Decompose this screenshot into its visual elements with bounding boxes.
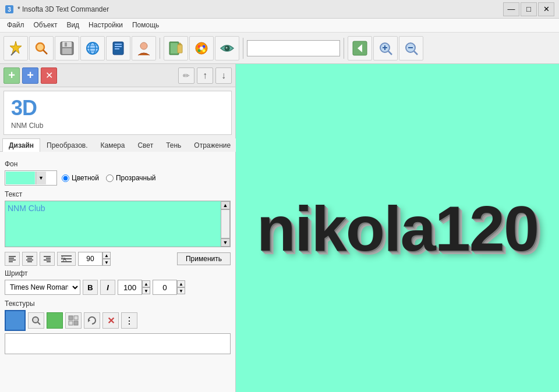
svg-line-40	[414, 51, 418, 55]
texture-row: ✕ ⋮	[5, 310, 231, 331]
export-button[interactable]	[164, 36, 188, 60]
separator-2	[243, 38, 243, 59]
font-size2-down[interactable]: ▼	[142, 287, 150, 294]
bold-button[interactable]: B	[83, 280, 98, 295]
svg-rect-60	[51, 317, 58, 324]
close-button[interactable]: ✕	[538, 2, 554, 16]
svg-point-58	[33, 317, 38, 323]
svg-rect-61	[69, 316, 73, 320]
apply-button[interactable]: Применить	[177, 252, 231, 265]
text-input[interactable]: NNM Club	[5, 201, 230, 247]
tab-shadow[interactable]: Тень	[160, 138, 187, 152]
svg-rect-64	[74, 321, 78, 325]
tab-transform[interactable]: Преобразов.	[40, 138, 94, 152]
maximize-button[interactable]: □	[521, 2, 537, 16]
zoom-in-button[interactable]	[373, 36, 398, 60]
texture-search-button[interactable]	[28, 312, 44, 329]
align-center-button[interactable]	[22, 252, 37, 266]
text-preview-area: 3D NNM Club	[3, 91, 232, 135]
help-book-button[interactable]	[106, 36, 130, 60]
preview-3d-text: 3D	[11, 96, 224, 120]
globe-button[interactable]	[80, 36, 105, 60]
bg-section: ▼ Цветной Прозрачный	[5, 170, 231, 186]
menu-file[interactable]: Файл	[2, 20, 29, 31]
italic-button[interactable]: I	[100, 280, 115, 295]
svg-rect-63	[69, 321, 73, 325]
svg-text:A: A	[63, 256, 66, 262]
menu-view[interactable]: Вид	[62, 20, 84, 31]
svg-rect-16	[115, 44, 122, 45]
tab-reflection[interactable]: Отражение	[187, 138, 237, 152]
svg-point-19	[140, 42, 147, 49]
texture-pattern-button[interactable]	[65, 312, 82, 329]
svg-rect-8	[62, 48, 72, 54]
tab-light[interactable]: Свет	[131, 138, 160, 152]
font-size2-up[interactable]: ▲	[142, 280, 150, 287]
back-button[interactable]	[348, 36, 372, 60]
font-spacing-down[interactable]: ▼	[177, 287, 185, 294]
menu-settings[interactable]: Настройки	[84, 20, 128, 31]
open-button[interactable]	[29, 36, 54, 60]
texture-more-button[interactable]: ⋮	[121, 312, 137, 329]
edit-button[interactable]: ✏	[178, 67, 194, 84]
palette-button[interactable]	[189, 36, 214, 60]
font-spacing-up[interactable]: ▲	[177, 280, 185, 287]
svg-rect-21	[171, 43, 178, 54]
move-up-button[interactable]: ↑	[197, 67, 213, 84]
radio-colored-input[interactable]	[62, 174, 69, 182]
font-size-input[interactable]	[78, 252, 102, 266]
support-button[interactable]	[132, 36, 156, 60]
radio-transparent-label: Прозрачный	[116, 174, 156, 182]
font-size-input2[interactable]	[118, 280, 142, 295]
add-blue-button[interactable]: +	[22, 67, 38, 84]
remove-button[interactable]: ✕	[41, 67, 57, 84]
tab-camera[interactable]: Камера	[94, 138, 132, 152]
minimize-button[interactable]: —	[503, 2, 519, 16]
tab-design[interactable]: Дизайн	[2, 138, 40, 152]
texture-refresh-button[interactable]	[84, 312, 100, 329]
text-input-wrap: NNM Club ▲ ▼	[5, 201, 231, 247]
radio-transparent-input[interactable]	[106, 174, 114, 182]
svg-text:3: 3	[8, 6, 11, 13]
font-size-spin2: ▲ ▼	[142, 280, 150, 294]
font-size-spin: ▲ ▼	[102, 252, 111, 266]
font-select[interactable]: Times New Roman Arial Verdana	[5, 280, 80, 295]
scroll-up-arrow[interactable]: ▲	[221, 201, 230, 209]
move-down-button[interactable]: ↓	[215, 67, 232, 84]
view-button[interactable]	[215, 36, 239, 60]
text-section: NNM Club ▲ ▼	[5, 201, 231, 247]
font-label: Шрифт	[5, 269, 231, 277]
texture-label: Текстуры	[5, 300, 231, 308]
main-layout: + + ✕ ✏ ↑ ↓ 3D NNM Club Дизайн Преобразо…	[0, 64, 559, 392]
align-left-button[interactable]	[5, 252, 20, 266]
menu-help[interactable]: Помощь	[128, 20, 164, 31]
font-size-up[interactable]: ▲	[102, 252, 111, 259]
font-size-down[interactable]: ▼	[102, 259, 111, 266]
align-right-button[interactable]	[40, 252, 55, 266]
alignment-row: A A ▲ ▼ Применить	[5, 252, 231, 266]
font-row: Times New Roman Arial Verdana B I ▲ ▼	[5, 280, 231, 295]
radio-transparent[interactable]: Прозрачный	[106, 174, 156, 182]
zoom-out-button[interactable]	[399, 36, 423, 60]
font-spacing-spin: ▲ ▼	[177, 280, 185, 294]
color-dropdown[interactable]: ▼	[5, 170, 57, 186]
window-controls: — □ ✕	[503, 2, 554, 16]
left-panel: + + ✕ ✏ ↑ ↓ 3D NNM Club Дизайн Преобразо…	[0, 64, 236, 392]
texture-green-button[interactable]	[47, 312, 63, 329]
star-wand-button[interactable]	[3, 36, 28, 60]
texture-delete-button[interactable]: ✕	[102, 312, 119, 329]
font-size-control2: ▲ ▼	[118, 280, 150, 295]
texture-swatch[interactable]	[5, 310, 26, 331]
scroll-down-arrow[interactable]: ▼	[221, 238, 230, 247]
toolbar-text-input[interactable]	[247, 40, 340, 56]
save-button[interactable]	[55, 36, 79, 60]
bg-radio-group: Цветной Прозрачный	[62, 174, 156, 182]
menu-object[interactable]: Объект	[29, 20, 62, 31]
line-spacing-button[interactable]: A A	[57, 252, 76, 266]
radio-colored[interactable]: Цветной	[62, 174, 99, 182]
font-spacing-input[interactable]	[153, 280, 177, 295]
texture-preview-box	[5, 333, 231, 354]
font-size-control: ▲ ▼	[78, 252, 111, 266]
dropdown-arrow-icon[interactable]: ▼	[36, 172, 46, 184]
add-green-button[interactable]: +	[3, 67, 20, 84]
